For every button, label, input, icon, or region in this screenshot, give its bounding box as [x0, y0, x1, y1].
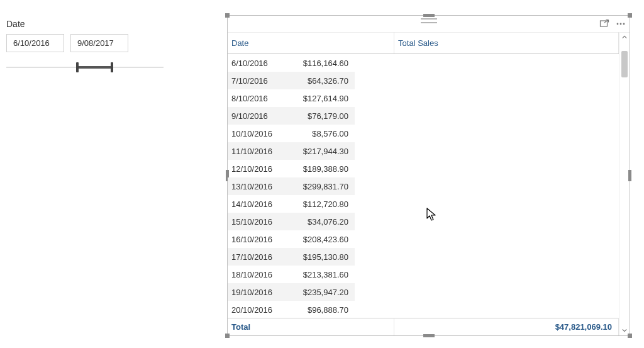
vertical-scrollbar[interactable] [619, 32, 630, 335]
focus-mode-icon[interactable] [599, 19, 609, 29]
cell-date: 7/10/2016 [228, 72, 282, 89]
cell-value: $235,947.20 [282, 283, 355, 301]
cell-value: $64,326.70 [282, 72, 355, 89]
more-options-icon[interactable] [616, 19, 626, 29]
cell-value: $127,614.90 [282, 89, 355, 107]
visual-header [228, 16, 630, 33]
table-row[interactable]: 12/10/2016$189,388.90 [228, 160, 355, 177]
cell-date: 8/10/2016 [228, 89, 282, 107]
cell-date: 10/10/2016 [228, 125, 282, 142]
table-row[interactable]: 17/10/2016$195,130.80 [228, 248, 355, 266]
cell-date: 11/10/2016 [228, 142, 282, 160]
data-table-body: 6/10/2016$116,164.607/10/2016$64,326.708… [228, 54, 355, 318]
table-row[interactable]: 9/10/2016$76,179.00 [228, 107, 355, 125]
table-row[interactable]: 19/10/2016$235,947.20 [228, 283, 355, 301]
slider-handle-start[interactable] [76, 62, 79, 72]
column-header-date[interactable]: Date [228, 32, 394, 54]
table-row[interactable]: 16/10/2016$208,423.60 [228, 230, 355, 248]
slicer-title: Date [6, 19, 164, 29]
cell-date: 13/10/2016 [228, 177, 282, 195]
slider-handle-end[interactable] [111, 62, 113, 72]
date-slicer: Date 6/10/2016 9/08/2017 [6, 19, 164, 74]
cell-value: $8,576.00 [282, 125, 355, 142]
data-table-total: Total $47,821,069.10 [228, 318, 619, 335]
table-row[interactable]: 14/10/2016$112,720.80 [228, 195, 355, 213]
cell-value: $195,130.80 [282, 248, 355, 266]
table-row[interactable]: 10/10/2016$8,576.00 [228, 125, 355, 142]
slicer-date-inputs: 6/10/2016 9/08/2017 [6, 34, 164, 52]
total-value: $47,821,069.10 [394, 318, 619, 336]
total-label: Total [228, 318, 394, 336]
slicer-start-date[interactable]: 6/10/2016 [6, 34, 64, 52]
svg-point-2 [620, 23, 622, 25]
cell-value: $76,179.00 [282, 107, 355, 125]
svg-point-1 [617, 23, 619, 25]
table-row[interactable]: 18/10/2016$213,381.60 [228, 266, 355, 283]
cell-date: 19/10/2016 [228, 283, 282, 301]
cell-value: $213,381.60 [282, 266, 355, 283]
cell-date: 12/10/2016 [228, 160, 282, 177]
cell-value: $34,076.20 [282, 213, 355, 230]
table-visual[interactable]: Date Total Sales 6/10/2016$116,164.607/1… [227, 15, 630, 336]
table-row[interactable]: 13/10/2016$299,831.70 [228, 177, 355, 195]
visual-body: Date Total Sales 6/10/2016$116,164.607/1… [228, 32, 630, 335]
table-row[interactable]: 6/10/2016$116,164.60 [228, 54, 355, 72]
cell-date: 14/10/2016 [228, 195, 282, 213]
scroll-up-arrow-icon[interactable] [619, 32, 630, 42]
cell-date: 17/10/2016 [228, 248, 282, 266]
table-row[interactable]: 8/10/2016$127,614.90 [228, 89, 355, 107]
drag-grip-icon[interactable] [421, 18, 437, 23]
cell-date: 18/10/2016 [228, 266, 282, 283]
cell-value: $299,831.70 [282, 177, 355, 195]
table-row[interactable]: 11/10/2016$217,944.30 [228, 142, 355, 160]
cell-date: 6/10/2016 [228, 54, 282, 72]
cell-value: $112,720.80 [282, 195, 355, 213]
cell-date: 20/10/2016 [228, 301, 282, 318]
cell-value: $217,944.30 [282, 142, 355, 160]
slicer-end-date[interactable]: 9/08/2017 [70, 34, 128, 52]
cell-value: $116,164.60 [282, 54, 355, 72]
column-header-total-sales[interactable]: Total Sales [394, 32, 619, 54]
slider-selected-range[interactable] [77, 66, 112, 69]
scroll-thumb[interactable] [621, 51, 628, 77]
cell-date: 9/10/2016 [228, 107, 282, 125]
table-row[interactable]: 20/10/2016$96,888.70 [228, 301, 355, 318]
data-table-header: Date Total Sales [228, 32, 619, 54]
table-scroll-region[interactable]: 6/10/2016$116,164.607/10/2016$64,326.708… [228, 54, 619, 318]
date-range-slider[interactable] [6, 61, 164, 74]
svg-point-3 [623, 23, 625, 25]
table-wrap: Date Total Sales 6/10/2016$116,164.607/1… [228, 32, 619, 335]
table-row[interactable]: 15/10/2016$34,076.20 [228, 213, 355, 230]
cell-value: $208,423.60 [282, 230, 355, 248]
cell-value: $96,888.70 [282, 301, 355, 318]
table-row[interactable]: 7/10/2016$64,326.70 [228, 72, 355, 89]
scroll-down-arrow-icon[interactable] [619, 325, 630, 335]
cell-date: 16/10/2016 [228, 230, 282, 248]
cell-value: $189,388.90 [282, 160, 355, 177]
cell-date: 15/10/2016 [228, 213, 282, 230]
